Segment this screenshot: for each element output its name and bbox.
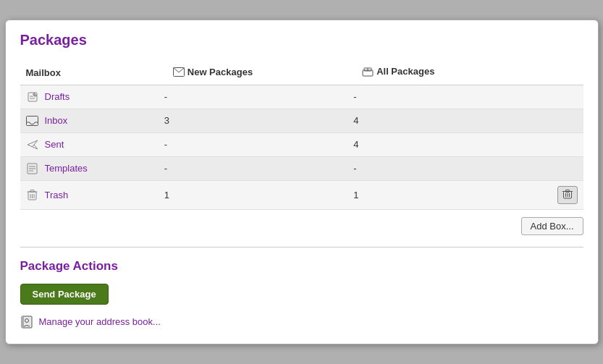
trash-icon [26,188,39,201]
add-box-row: Add Box... [20,217,583,235]
action-cell-trash [523,180,583,209]
page-title: Packages [20,32,583,48]
new-packages-trash: 1 [159,180,347,209]
package-actions-title: Package Actions [20,259,583,274]
col-header-mailbox: Mailbox [20,62,159,85]
col-header-all-packages: All Packages [347,62,523,85]
new-packages-templates: - [159,156,347,180]
inbox-icon [26,114,39,127]
mailbox-cell-trash: Trash [20,180,159,209]
svg-line-10 [32,145,34,147]
all-packages-templates: - [347,156,523,180]
delete-trash-button[interactable] [557,186,578,204]
templates-icon [26,162,39,175]
mailbox-cell-drafts: Drafts [20,85,159,109]
svg-marker-9 [28,140,38,149]
new-packages-sent: - [159,132,347,156]
send-package-button[interactable]: Send Package [20,284,109,305]
mailbox-link-inbox[interactable]: Inbox [45,115,68,126]
main-window: Packages Mailbox New Packages [5,20,599,344]
sent-icon [26,138,39,151]
mailbox-link-sent[interactable]: Sent [45,139,64,150]
all-packages-sent: 4 [347,132,523,156]
all-packages-inbox: 4 [347,109,523,132]
action-cell-drafts [523,85,583,109]
address-book-icon [20,315,35,329]
mailbox-cell-templates: Templates [20,156,159,180]
svg-rect-17 [30,190,34,192]
action-cell-sent [523,132,583,156]
table-row: Templates -- [20,156,583,180]
action-cell-templates [523,156,583,180]
packages-table: Mailbox New Packages [20,62,583,210]
drafts-icon [26,90,39,103]
svg-rect-28 [22,316,24,328]
mailbox-link-trash[interactable]: Trash [45,190,69,200]
mailbox-cell-inbox: Inbox [20,109,159,132]
address-book-row: Manage your address book... [20,315,583,329]
table-row: Sent -4 [20,132,583,156]
mailbox-link-drafts[interactable]: Drafts [45,91,70,102]
mailbox-link-templates[interactable]: Templates [45,163,88,174]
section-divider [20,247,583,247]
col-header-action [523,62,583,85]
box-icon [362,67,374,77]
table-row: Inbox 34 [20,109,583,132]
table-row: Trash 11 [20,180,583,209]
new-packages-drafts: - [159,85,347,109]
all-packages-trash: 1 [347,180,523,209]
all-packages-drafts: - [347,85,523,109]
mailbox-cell-sent: Sent [20,132,159,156]
new-packages-inbox: 3 [159,109,347,132]
action-cell-inbox [523,109,583,132]
table-row: Drafts -- [20,85,583,109]
address-book-link[interactable]: Manage your address book... [39,316,161,327]
add-box-button[interactable]: Add Box... [521,217,583,235]
col-header-new-packages: New Packages [159,62,347,85]
envelope-icon [173,67,185,77]
